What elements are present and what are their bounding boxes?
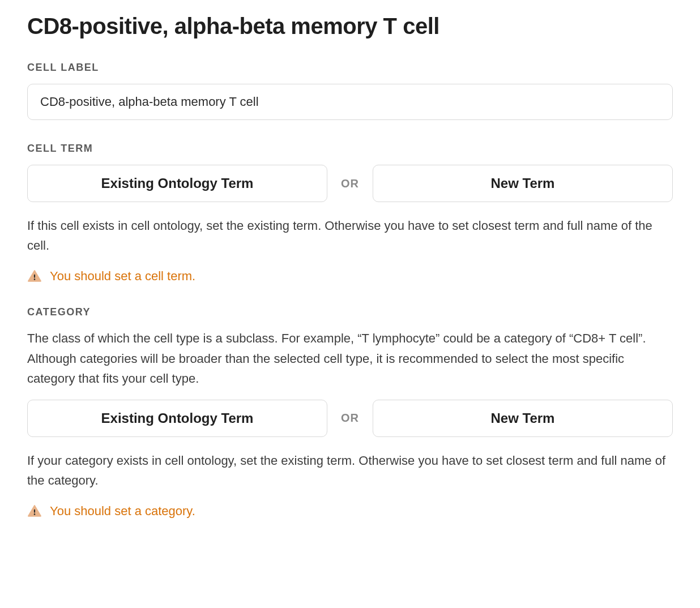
category-heading: CATEGORY [27,306,673,318]
cell-term-choice-row: Existing Ontology Term OR New Term [27,165,673,202]
svg-rect-2 [34,509,35,513]
cell-term-helper-text: If this cell exists in cell ontology, se… [27,216,673,255]
category-existing-button[interactable]: Existing Ontology Term [27,400,327,437]
cell-term-heading: CELL TERM [27,143,673,155]
warning-icon [27,504,42,519]
cell-term-section: CELL TERM Existing Ontology Term OR New … [27,143,673,284]
cell-label-input[interactable] [27,84,673,120]
page-title: CD8-positive, alpha-beta memory T cell [27,14,673,39]
cell-term-warning-text: You should set a cell term. [50,269,195,284]
category-description: The class of which the cell type is a su… [27,328,673,388]
category-new-button[interactable]: New Term [373,400,673,437]
warning-icon [27,269,42,284]
category-or-label: OR [341,412,359,425]
category-helper-text: If your category exists in cell ontology… [27,451,673,490]
category-warning: You should set a category. [27,504,673,519]
category-warning-text: You should set a category. [50,504,195,519]
svg-point-3 [34,513,36,515]
svg-point-1 [34,279,36,280]
category-choice-row: Existing Ontology Term OR New Term [27,400,673,437]
svg-rect-0 [34,275,35,278]
cell-term-existing-button[interactable]: Existing Ontology Term [27,165,327,202]
cell-term-new-button[interactable]: New Term [373,165,673,202]
cell-term-or-label: OR [341,177,359,190]
cell-label-section: CELL LABEL [27,62,673,120]
category-section: CATEGORY The class of which the cell typ… [27,306,673,519]
cell-label-heading: CELL LABEL [27,62,673,74]
cell-term-warning: You should set a cell term. [27,269,673,284]
